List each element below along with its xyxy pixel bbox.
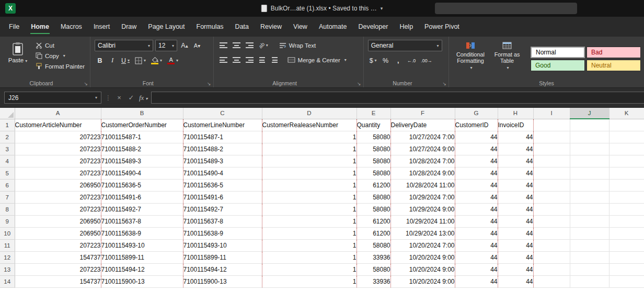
cell-D9[interactable]: 1 — [262, 215, 356, 227]
cell-F7[interactable]: 10/29/2024 7:00 — [390, 191, 455, 203]
cell-C1[interactable]: CustomerLineNumber — [183, 119, 262, 131]
cell-K12[interactable] — [609, 251, 644, 263]
enter-button[interactable]: ✓ — [127, 94, 135, 102]
align-center-button[interactable] — [231, 54, 242, 65]
cell-I1[interactable] — [533, 119, 570, 131]
cell-C6[interactable]: 7100115636-5 — [183, 179, 262, 191]
cell-A3[interactable]: 207223 — [15, 143, 101, 155]
cell-H1[interactable]: InvoiceID — [498, 119, 533, 131]
cell-C14[interactable]: 7100115900-13 — [183, 275, 262, 287]
cell-D6[interactable]: 1 — [262, 179, 356, 191]
cell-C5[interactable]: 7100115490-4 — [183, 167, 262, 179]
cell-E5[interactable]: 58080 — [356, 167, 390, 179]
increase-decimal-button[interactable]: ←.0 — [406, 55, 418, 66]
cell-H13[interactable]: 44 — [498, 263, 533, 275]
cell-J7[interactable] — [570, 191, 609, 203]
middle-align-button[interactable] — [231, 40, 242, 51]
cell-B3[interactable]: 7100115488-2 — [101, 143, 183, 155]
fill-color-button[interactable] — [150, 55, 164, 66]
cell-I9[interactable] — [533, 215, 570, 227]
cell-B2[interactable]: 7100115487-1 — [101, 131, 183, 143]
decrease-decimal-button[interactable]: .00→ — [419, 55, 434, 66]
cell-J10[interactable] — [570, 227, 609, 239]
cell-K6[interactable] — [609, 179, 644, 191]
row-header-11[interactable]: 11 — [0, 239, 15, 251]
column-header-K[interactable]: K — [609, 108, 644, 119]
number-dialog-launcher[interactable] — [442, 81, 446, 86]
insert-function-button[interactable]: fx — [139, 94, 147, 102]
cell-A10[interactable]: 206950 — [15, 227, 101, 239]
cell-E4[interactable]: 58080 — [356, 155, 390, 167]
align-right-button[interactable] — [244, 54, 255, 65]
cell-H10[interactable]: 44 — [498, 227, 533, 239]
cell-I13[interactable] — [533, 263, 570, 275]
row-header-7[interactable]: 7 — [0, 191, 15, 203]
cell-H7[interactable]: 44 — [498, 191, 533, 203]
cell-E14[interactable]: 33936 — [356, 275, 390, 287]
excel-logo-icon[interactable]: X — [5, 3, 16, 14]
bold-button[interactable]: B — [95, 55, 105, 66]
cell-C4[interactable]: 7100115489-3 — [183, 155, 262, 167]
cell-D2[interactable]: 1 — [262, 131, 356, 143]
cell-K11[interactable] — [609, 239, 644, 251]
cell-I14[interactable] — [533, 275, 570, 287]
cell-I8[interactable] — [533, 203, 570, 215]
format-painter-button[interactable]: Format Painter — [33, 62, 87, 71]
merge-center-button[interactable]: Merge & Center — [285, 56, 349, 64]
cell-I4[interactable] — [533, 155, 570, 167]
menu-tab-data[interactable]: Data — [229, 17, 255, 37]
bottom-align-button[interactable] — [244, 40, 255, 51]
cell-J8[interactable] — [570, 203, 609, 215]
font-color-button[interactable]: A — [166, 55, 180, 66]
orientation-button[interactable]: ab — [257, 40, 270, 51]
cell-A11[interactable]: 207223 — [15, 239, 101, 251]
cell-B8[interactable]: 7100115492-7 — [101, 203, 183, 215]
cell-J11[interactable] — [570, 239, 609, 251]
column-header-A[interactable]: A — [15, 108, 101, 119]
cell-style-good[interactable]: Good — [531, 60, 585, 71]
cell-G9[interactable]: 44 — [455, 215, 498, 227]
grow-font-button[interactable]: A▴ — [179, 40, 190, 51]
cell-J9[interactable] — [570, 215, 609, 227]
cell-C11[interactable]: 7100115493-10 — [183, 239, 262, 251]
row-header-5[interactable]: 5 — [0, 167, 15, 179]
format-as-table-button[interactable]: Format as Table — [490, 40, 524, 71]
cell-J6[interactable] — [570, 179, 609, 191]
cell-E3[interactable]: 58080 — [356, 143, 390, 155]
cell-J12[interactable] — [570, 251, 609, 263]
cell-K14[interactable] — [609, 275, 644, 287]
menu-tab-file[interactable]: File — [3, 17, 25, 37]
cell-E7[interactable]: 58080 — [356, 191, 390, 203]
top-align-button[interactable] — [218, 40, 229, 51]
cell-K8[interactable] — [609, 203, 644, 215]
cell-F9[interactable]: 10/29/2024 11:00 — [390, 215, 455, 227]
cell-D11[interactable]: 1 — [262, 239, 356, 251]
cell-G14[interactable]: 44 — [455, 275, 498, 287]
cell-B5[interactable]: 7100115490-4 — [101, 167, 183, 179]
cell-J1[interactable] — [570, 119, 609, 131]
clipboard-dialog-launcher[interactable] — [84, 81, 88, 86]
row-header-10[interactable]: 10 — [0, 227, 15, 239]
title-chevron-down-icon[interactable]: ▾ — [381, 6, 383, 11]
cell-D14[interactable]: 1 — [262, 275, 356, 287]
cell-H3[interactable]: 44 — [498, 143, 533, 155]
cell-F3[interactable]: 10/27/2024 9:00 — [390, 143, 455, 155]
cell-C12[interactable]: 7100115899-11 — [183, 251, 262, 263]
cell-B9[interactable]: 7100115637-8 — [101, 215, 183, 227]
align-left-button[interactable] — [218, 54, 229, 65]
cell-style-neutral[interactable]: Neutral — [586, 60, 641, 71]
cell-J14[interactable] — [570, 275, 609, 287]
cell-D1[interactable]: CustomerRealeaseNumber — [262, 119, 356, 131]
cell-A6[interactable]: 206950 — [15, 179, 101, 191]
cell-G11[interactable]: 44 — [455, 239, 498, 251]
row-header-9[interactable]: 9 — [0, 215, 15, 227]
column-header-D[interactable]: D — [262, 108, 356, 119]
cell-G8[interactable]: 44 — [455, 203, 498, 215]
cell-D12[interactable]: 1 — [262, 251, 356, 263]
underline-button[interactable]: U — [120, 55, 131, 66]
cell-D3[interactable]: 1 — [262, 143, 356, 155]
alignment-dialog-launcher[interactable] — [357, 81, 361, 86]
cell-I12[interactable] — [533, 251, 570, 263]
menu-tab-macros[interactable]: Macros — [55, 17, 88, 37]
cell-J2[interactable] — [570, 131, 609, 143]
